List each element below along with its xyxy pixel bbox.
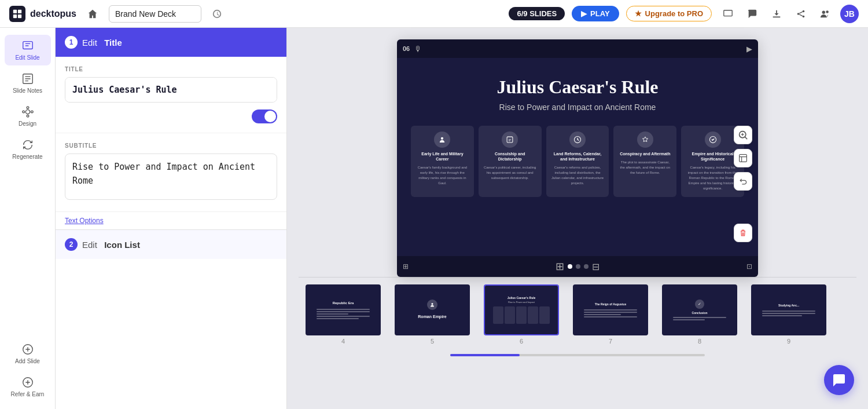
thumbnail-9[interactable]: Studying Anc... 9 xyxy=(744,284,833,349)
thumb5-icon xyxy=(427,300,437,310)
play-button[interactable]: ▶ PLAY xyxy=(572,6,619,21)
sidebar-item-slide-notes[interactable]: Slide Notes xyxy=(5,68,51,98)
slide-dot-3[interactable] xyxy=(584,264,589,269)
avatar[interactable]: JB xyxy=(840,5,859,23)
thumbnail-7[interactable]: The Reign of Augustus 7 xyxy=(566,284,655,349)
sidebar-item-label-design: Design xyxy=(19,120,36,127)
slide-column-1: Early Life and Military Career Caesar's … xyxy=(411,126,474,197)
upgrade-button[interactable]: ★ Upgrade to PRO xyxy=(626,6,712,21)
thumbnail-6[interactable]: Julius Caesar's Rule Rise to Power and I… xyxy=(477,284,566,349)
scrollbar-track xyxy=(450,354,705,356)
col4-icon xyxy=(637,132,653,148)
text-options-link[interactable]: Text Options xyxy=(56,212,286,229)
col3-body: Caesar's reforms and policies, including… xyxy=(551,165,605,186)
delete-slide-button[interactable] xyxy=(734,224,752,242)
svg-point-9 xyxy=(826,10,829,13)
thumb-num-8: 8 xyxy=(698,338,701,349)
template-button[interactable] xyxy=(734,149,752,167)
slide-dot-2[interactable] xyxy=(576,264,580,269)
thumb7-lines xyxy=(584,309,637,317)
thumb-num-9: 9 xyxy=(787,338,790,349)
svg-point-8 xyxy=(822,10,825,13)
thumb9-lines xyxy=(762,311,815,316)
thumb8-label: Conclusion xyxy=(692,311,707,315)
svg-rect-3 xyxy=(18,14,21,17)
app-logo-icon xyxy=(9,6,25,22)
share-button[interactable] xyxy=(792,5,810,23)
col2-body: Caesar's political career, including his… xyxy=(483,165,537,181)
title-toggle[interactable] xyxy=(252,109,277,123)
svg-point-7 xyxy=(803,15,805,17)
thumb8-lines xyxy=(673,317,726,320)
slide-bottombar: ⊞ ⊞ ⊟ ⊡ xyxy=(397,256,758,277)
slide-bottom-right-btn[interactable]: ⊡ xyxy=(746,262,752,271)
slide-columns: Early Life and Military Career Caesar's … xyxy=(411,126,744,197)
top-navigation: decktopus 6/9 SLIDES ▶ PLAY ★ Upgrade to… xyxy=(0,0,868,28)
slide-bottom-left-btn[interactable]: ⊞ xyxy=(403,262,409,271)
svg-point-24 xyxy=(432,303,433,305)
sidebar-item-label-add-slide: Add Slide xyxy=(15,358,40,364)
slide-layout-icon[interactable]: ⊟ xyxy=(592,261,599,272)
slide-fit-icon[interactable]: ⊞ xyxy=(556,260,564,273)
icon-sidebar: Edit Slide Slide Notes Design Regenerate… xyxy=(0,28,56,409)
logo-area: decktopus xyxy=(9,6,76,22)
title-section: TITLE Julius Caesar's Rule xyxy=(56,57,286,133)
subtitle-input[interactable]: Rise to Power and Impact on Ancient Rome xyxy=(65,154,277,200)
present-button[interactable] xyxy=(719,5,737,23)
slide-topbar-number: 06 xyxy=(403,45,410,52)
edit-section-iconlist-header: 2 Edit Icon List xyxy=(56,229,286,259)
slide-dot-1[interactable] xyxy=(568,264,572,269)
slide-title-area: Julius Caesar's Rule Rise to Power and I… xyxy=(496,76,658,126)
section2-num: 2 xyxy=(65,238,78,251)
slide-title: Julius Caesar's Rule xyxy=(496,76,658,98)
nav-icons: JB xyxy=(719,5,859,23)
sidebar-item-regenerate[interactable]: Regenerate xyxy=(5,134,51,165)
thumb-img-4: Republic Era xyxy=(306,284,381,335)
slide-column-3: Land Reforms, Calendar, and Infrastructu… xyxy=(546,126,609,197)
thumbnail-4[interactable]: Republic Era 4 xyxy=(299,284,388,349)
deck-name-input[interactable] xyxy=(109,5,201,23)
main-area: Edit Slide Slide Notes Design Regenerate… xyxy=(0,28,868,409)
thumb-img-5: Roman Empire xyxy=(395,284,470,335)
slide-counter: 6/9 SLIDES xyxy=(509,7,565,20)
svg-point-6 xyxy=(797,13,800,15)
subtitle-section: SUBTITLE Rise to Power and Impact on Anc… xyxy=(56,133,286,212)
home-button[interactable] xyxy=(83,5,102,23)
svg-point-13 xyxy=(22,111,24,113)
svg-rect-0 xyxy=(13,9,17,13)
sidebar-item-design[interactable]: Design xyxy=(5,101,51,132)
thumbnail-8[interactable]: ✓ Conclusion 8 xyxy=(655,284,744,349)
sidebar-item-add-slide[interactable]: Add Slide xyxy=(5,338,51,369)
undo-button[interactable] xyxy=(734,172,752,191)
toggle-knob xyxy=(264,111,276,122)
svg-point-15 xyxy=(27,107,29,109)
sidebar-item-edit-slide[interactable]: Edit Slide xyxy=(5,35,51,65)
thumb-img-9: Studying Anc... xyxy=(751,284,826,335)
slide-wrapper: 06 🎙 ▶ Julius Caesar's Rule Rise to Powe… xyxy=(397,39,758,277)
edit-section-title-header: 1 Edit Title xyxy=(56,28,286,57)
star-icon: ★ xyxy=(635,9,642,18)
col1-icon xyxy=(434,132,450,148)
title-field-label: TITLE xyxy=(65,66,277,72)
slide-topbar-play-icon[interactable]: ▶ xyxy=(746,45,752,53)
slide-canvas: 06 🎙 ▶ Julius Caesar's Rule Rise to Powe… xyxy=(397,39,758,277)
col1-heading: Early Life and Military Career xyxy=(415,151,469,162)
svg-rect-1 xyxy=(18,9,21,13)
history-button[interactable] xyxy=(208,5,226,23)
thumbnail-5[interactable]: Roman Empire 5 xyxy=(388,284,477,349)
sidebar-item-refer-earn[interactable]: Refer & Earn xyxy=(5,371,51,402)
users-button[interactable] xyxy=(816,5,834,23)
section1-title-label: Edit Title xyxy=(82,38,122,48)
thumb8-icon: ✓ xyxy=(695,300,704,309)
thumb-img-8: ✓ Conclusion xyxy=(662,284,737,335)
thumb5-label: Roman Empire xyxy=(415,312,448,321)
zoom-in-button[interactable] xyxy=(734,126,752,144)
download-button[interactable] xyxy=(767,5,786,23)
svg-point-16 xyxy=(27,115,29,118)
slide-topbar-mic-icon[interactable]: 🎙 xyxy=(414,45,422,53)
edit-panel: 1 Edit Title TITLE Julius Caesar's Rule … xyxy=(56,28,287,409)
title-input[interactable]: Julius Caesar's Rule xyxy=(65,77,277,103)
comment-button[interactable] xyxy=(743,5,762,23)
chat-bubble-button[interactable] xyxy=(824,365,854,395)
subtitle-field-label: SUBTITLE xyxy=(65,143,277,149)
